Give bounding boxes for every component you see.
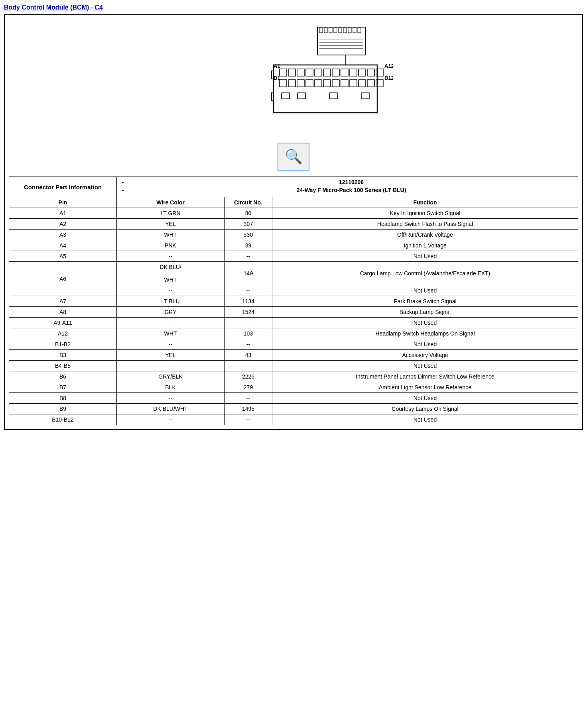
cell-circuit-no: 1134 [225,296,272,307]
cell-pin: A12 [9,328,117,339]
magnify-box: 🔍 [278,143,309,171]
cell-circuit-no: 2226 [225,371,272,382]
cell-pin: A4 [9,240,117,251]
cell-wire-color: PNK [117,240,225,251]
table-row-a6: A6 DK BLU/WHT 149 Cargo Lamp Low Control… [9,262,578,285]
table-row: B3 YEL 43 Accessory Voltage [9,350,578,361]
cell-pin: B4-B5 [9,361,117,371]
cell-pin: B9 [9,404,117,414]
cell-pin: B10-B12 [9,414,117,425]
connector-svg: A1 A12 B1 B12 [194,19,393,135]
cell-function: Not Used [272,318,578,328]
header-wire-color: Wire Color [117,197,225,208]
cell-function: Not Used [272,361,578,371]
cell-function: Instrument Panel Lamps Dimmer Switch Low… [272,371,578,382]
table-row: A3 WHT 530 Off/Run/Crank Voltage [9,230,578,240]
table-row: A7 LT BLU 1134 Park Brake Switch Signal [9,296,578,307]
table-row: A12 WHT 103 Headlamp Switch Headlamps On… [9,328,578,339]
cell-pin: A5 [9,251,117,262]
cell-wire-color: -- [117,414,225,425]
cell-wire-color: DK BLU/WHT [117,262,225,285]
connector-info-data: 12110206 24-Way F Micro-Pack 100 Series … [117,177,578,197]
svg-rect-3 [329,28,332,33]
table-row: B8 -- -- Not Used [9,393,578,404]
svg-text:A1: A1 [274,63,280,69]
cell-circuit-no: 80 [225,208,272,219]
cell-pin: A6 [9,262,117,296]
cell-function: Not Used [272,285,578,296]
cell-function: Ambient Light Sensor Low Reference [272,382,578,393]
svg-text:B12: B12 [384,75,393,81]
cell-pin: A3 [9,230,117,240]
cell-wire-color: -- [117,393,225,404]
connector-info-label: Connector Part Information [9,177,117,197]
cell-wire-color: WHT [117,328,225,339]
cell-circuit-no: -- [225,393,272,404]
cell-function: Not Used [272,414,578,425]
table-row: A8 GRY 1524 Backup Lamp Signal [9,307,578,318]
cell-circuit-no: -- [225,414,272,425]
cell-pin: B3 [9,350,117,361]
table-row: B6 GRY/BLK 2226 Instrument Panel Lamps D… [9,371,578,382]
cell-function: Ignition 1 Voltage [272,240,578,251]
cell-wire-color: LT GRN [117,208,225,219]
cell-circuit-no: 1524 [225,307,272,318]
cell-circuit-no: -- [225,339,272,350]
cell-circuit-no: 103 [225,328,272,339]
cell-circuit-no: -- [225,285,272,296]
table-row: B9 DK BLU/WHT 1495 Courtesy Lamps On Sig… [9,404,578,414]
cell-function: Not Used [272,393,578,404]
cell-circuit-no: -- [225,251,272,262]
cell-function: Not Used [272,339,578,350]
table-row: A9-A11 -- -- Not Used [9,318,578,328]
svg-rect-9 [358,28,361,33]
svg-rect-2 [324,28,327,33]
connector-info-list: 12110206 24-Way F Micro-Pack 100 Series … [120,179,575,193]
cell-function: Not Used [272,251,578,262]
cell-wire-color: LT BLU [117,296,225,307]
cell-pin: B1-B2 [9,339,117,350]
cell-pin: B8 [9,393,117,404]
cell-wire-color: -- [117,318,225,328]
cell-function: Backup Lamp Signal [272,307,578,318]
cell-function: Key In Ignition Switch Signal [272,208,578,219]
cell-wire-color: -- [117,361,225,371]
cell-circuit-no: 279 [225,382,272,393]
cell-circuit-no: 39 [225,240,272,251]
cell-pin: B6 [9,371,117,382]
cell-pin: A1 [9,208,117,219]
table-row: A1 LT GRN 80 Key In Ignition Switch Sign… [9,208,578,219]
cell-circuit-no: -- [225,361,272,371]
connector-info-row: Connector Part Information 12110206 24-W… [9,177,578,197]
svg-rect-8 [353,28,356,33]
cell-circuit-no: 307 [225,219,272,230]
svg-rect-6 [343,28,347,33]
cell-wire-color: BLK [117,382,225,393]
connector-part-number: 12110206 [128,179,575,185]
cell-circuit-no: 530 [225,230,272,240]
svg-text:A12: A12 [384,63,393,69]
header-circuit-no: Circuit No. [225,197,272,208]
table-row: B1-B2 -- -- Not Used [9,339,578,350]
cell-wire-color: -- [117,285,225,296]
cell-circuit-no: -- [225,318,272,328]
cell-wire-color: DK BLU/WHT [117,404,225,414]
cell-wire-color: -- [117,339,225,350]
svg-rect-5 [339,28,342,33]
table-row: A4 PNK 39 Ignition 1 Voltage [9,240,578,251]
header-function: Function [272,197,578,208]
svg-rect-1 [319,28,323,33]
table-row: A5 -- -- Not Used [9,251,578,262]
svg-rect-4 [334,28,337,33]
cell-wire-color: GRY [117,307,225,318]
svg-rect-0 [317,27,365,55]
cell-pin: A8 [9,307,117,318]
cell-circuit-no: 1495 [225,404,272,414]
cell-pin: A7 [9,296,117,307]
cell-wire-color: GRY/BLK [117,371,225,382]
cell-pin: A9-A11 [9,318,117,328]
connector-part-description: 24-Way F Micro-Pack 100 Series (LT BLU) [128,187,575,193]
svg-rect-7 [348,28,351,33]
table-row: B4-B5 -- -- Not Used [9,361,578,371]
cell-wire-color: YEL [117,350,225,361]
